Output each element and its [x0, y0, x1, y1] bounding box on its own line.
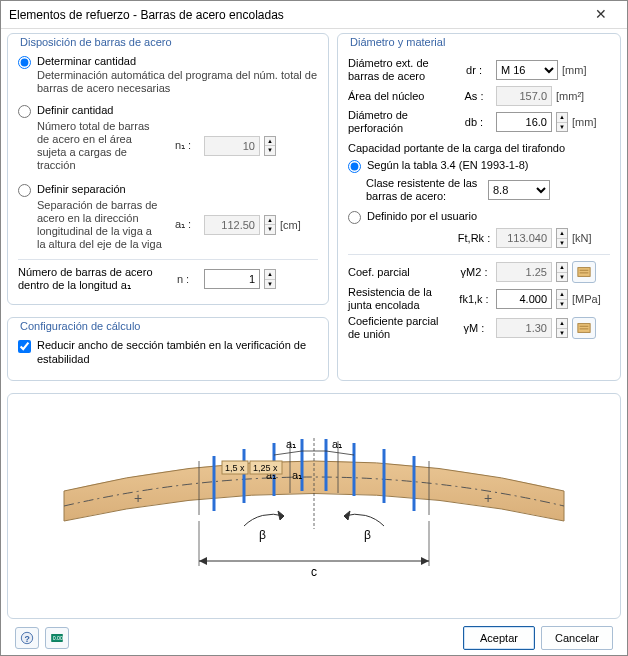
diag-m15: 1,5 x	[225, 463, 245, 473]
sym-a1: a₁ :	[166, 218, 200, 231]
radio-define-spacing[interactable]	[18, 184, 31, 197]
svg-marker-26	[278, 511, 284, 520]
svg-rect-0	[578, 268, 590, 277]
sym-as: As :	[456, 90, 492, 102]
input-db[interactable]	[496, 112, 552, 132]
unit-cm: [cm]	[280, 219, 318, 231]
unit-mm: [mm]	[562, 64, 600, 76]
option-determine-qty[interactable]: Determinar cantidad Determinación automá…	[18, 54, 318, 95]
window-title: Elementos de refuerzo - Barras de acero …	[9, 8, 284, 22]
spinner-gm2: ▲▼	[556, 262, 568, 282]
heading-capacity: Capacidad portante de la carga del tiraf…	[348, 142, 610, 154]
sym-fk1k: fk1,k :	[456, 293, 492, 305]
input-as	[496, 86, 552, 106]
diag-m125: 1,25 x	[253, 463, 278, 473]
spinner-gm: ▲▼	[556, 318, 568, 338]
option-table34[interactable]: Según la tabla 3.4 (EN 1993-1-8)	[348, 158, 610, 173]
ok-button[interactable]: Aceptar	[463, 626, 535, 650]
label-class: Clase resistente de las barras de acero:	[366, 177, 484, 203]
label-core-area: Área del núcleo	[348, 90, 452, 103]
sym-db: db :	[456, 116, 492, 128]
svg-rect-3	[578, 324, 590, 333]
unit-kn: [kN]	[572, 232, 610, 244]
input-gm2	[496, 262, 552, 282]
option-reduce-width[interactable]: Reducir ancho de sección también en la v…	[18, 338, 318, 366]
radio-table34[interactable]	[348, 160, 361, 173]
desc-define-qty: Número total de barras de acero en el ár…	[37, 120, 162, 172]
label-ext-dia: Diámetro ext. de barras de acero	[348, 57, 452, 83]
group-diameter-material: Diámetro y material Diámetro ext. de bar…	[337, 33, 621, 381]
diag-a1-4: a₁	[292, 469, 302, 481]
label-union: Coeficiente parcial de unión	[348, 315, 452, 341]
label-bars-in-a1: Número de barras de acero dentro de la l…	[18, 266, 162, 292]
settings-icon	[577, 265, 591, 279]
diag-a1-1: a₁	[286, 438, 296, 450]
spinner-n1: ▲▼	[264, 136, 276, 156]
diag-a1-2: a₁	[332, 438, 342, 450]
label-joint: Resistencia de la junta encolada	[348, 286, 452, 312]
cancel-button[interactable]: Cancelar	[541, 626, 613, 650]
radio-user-defined[interactable]	[348, 211, 361, 224]
dialog-window: Elementos de refuerzo - Barras de acero …	[0, 0, 628, 656]
unit-mpa: [MPa]	[572, 293, 610, 305]
svg-text:0.00: 0.00	[53, 634, 63, 640]
spinner-db[interactable]: ▲▼	[556, 112, 568, 132]
spinner-n[interactable]: ▲▼	[264, 269, 276, 289]
label-reduce-width: Reducir ancho de sección también en la v…	[37, 338, 318, 366]
option-define-spacing[interactable]: Definir separación Separación de barras …	[18, 182, 318, 253]
diag-beta-1: β	[259, 528, 266, 542]
settings-icon	[577, 321, 591, 335]
svg-line-21	[326, 451, 354, 455]
input-a1	[204, 215, 260, 235]
spinner-a1: ▲▼	[264, 215, 276, 235]
settings-button-gm2[interactable]	[572, 261, 596, 283]
svg-marker-32	[421, 557, 429, 565]
radio-define-qty[interactable]	[18, 105, 31, 118]
option-define-qty[interactable]: Definir cantidad Número total de barras …	[18, 103, 318, 174]
unit-mm2b: [mm]	[572, 116, 610, 128]
desc-determine-qty: Determinación automática del programa de…	[37, 69, 318, 95]
svg-marker-27	[344, 511, 350, 520]
sym-n: n :	[166, 273, 200, 285]
group-calc-config-title: Configuración de cálculo	[16, 320, 144, 332]
label-bore-dia: Diámetro de perforación	[348, 109, 452, 135]
group-arrangement-title: Disposición de barras de acero	[16, 36, 176, 48]
beam-diagram: a₁ a₁ a₁ a₁ 1,5 x 1,25 x + +	[34, 421, 594, 591]
group-diameter-title: Diámetro y material	[346, 36, 449, 48]
spinner-fk1k[interactable]: ▲▼	[556, 289, 568, 309]
label-user-defined: Definido por el usuario	[367, 209, 610, 223]
option-user-defined[interactable]: Definido por el usuario	[348, 209, 610, 224]
sym-ftrk: Ft,Rk :	[456, 232, 492, 244]
sym-gm: γM :	[456, 322, 492, 334]
input-n[interactable]	[204, 269, 260, 289]
desc-define-spacing: Separación de barras de acero en la dire…	[37, 199, 162, 251]
help-icon: ?	[20, 631, 34, 645]
sym-gm2: γM2 :	[456, 266, 492, 278]
footer: ? 0.00 Aceptar Cancelar	[7, 619, 621, 655]
label-coef-parcial: Coef. parcial	[348, 266, 452, 279]
checkbox-reduce-width[interactable]	[18, 340, 31, 353]
group-calc-config: Configuración de cálculo Reducir ancho d…	[7, 317, 329, 381]
input-n1	[204, 136, 260, 156]
group-arrangement: Disposición de barras de acero Determina…	[7, 33, 329, 305]
label-define-spacing: Definir separación	[37, 182, 318, 196]
svg-line-19	[274, 451, 302, 455]
label-table34: Según la tabla 3.4 (EN 1993-1-8)	[367, 158, 610, 172]
units-button[interactable]: 0.00	[45, 627, 69, 649]
input-ftrk	[496, 228, 552, 248]
close-button[interactable]: ✕	[583, 5, 619, 25]
settings-button-gm[interactable]	[572, 317, 596, 339]
input-fk1k[interactable]	[496, 289, 552, 309]
select-dr[interactable]: M 16	[496, 60, 558, 80]
radio-determine-qty[interactable]	[18, 56, 31, 69]
diagram-panel: a₁ a₁ a₁ a₁ 1,5 x 1,25 x + +	[7, 393, 621, 619]
label-define-qty: Definir cantidad	[37, 103, 318, 117]
svg-text:?: ?	[25, 633, 30, 643]
svg-marker-31	[199, 557, 207, 565]
help-button[interactable]: ?	[15, 627, 39, 649]
unit-mm2: [mm²]	[556, 90, 594, 102]
spinner-ftrk: ▲▼	[556, 228, 568, 248]
diag-c: c	[311, 565, 317, 579]
svg-text:+: +	[484, 490, 492, 506]
select-class[interactable]: 8.8	[488, 180, 550, 200]
